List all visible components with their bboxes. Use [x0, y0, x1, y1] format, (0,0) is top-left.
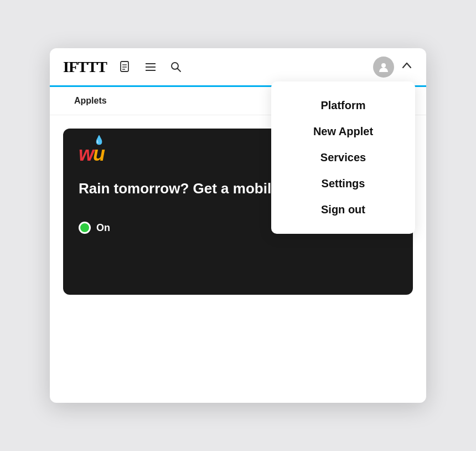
document-icon — [119, 61, 131, 73]
wu-w: w — [79, 142, 93, 165]
dropdown-item-platform[interactable]: Platform — [271, 93, 415, 119]
search-icon — [170, 61, 182, 73]
wu-drop: 💧 — [94, 136, 104, 145]
dropdown-item-services[interactable]: Services — [271, 145, 415, 171]
ifttt-logo: IFTTT — [63, 58, 107, 76]
menu-icon — [144, 61, 157, 73]
dropdown-menu: Platform New Applet Services Settings Si… — [271, 81, 415, 234]
wu-logo-text: w💧u — [79, 144, 104, 164]
status-dot — [79, 222, 91, 234]
wu-u: u — [93, 142, 104, 165]
svg-rect-0 — [121, 62, 128, 71]
document-icon-button[interactable] — [117, 59, 133, 75]
wu-icon-wrapper: 💧u — [93, 142, 104, 165]
status-on: On — [79, 222, 110, 234]
status-label: On — [96, 222, 110, 234]
nav-icons — [117, 59, 184, 75]
dropdown-item-sign-out[interactable]: Sign out — [271, 197, 415, 223]
avatar-button[interactable] — [373, 57, 394, 78]
navbar: IFTTT — [50, 48, 426, 87]
chevron-up-button[interactable] — [401, 59, 413, 74]
chevron-up-icon — [401, 59, 413, 71]
menu-icon-button[interactable] — [142, 59, 159, 75]
dropdown-item-settings[interactable]: Settings — [271, 171, 415, 197]
dropdown-item-new-applet[interactable]: New Applet — [271, 119, 415, 145]
tab-applets[interactable]: Applets — [63, 87, 118, 115]
browser-window: IFTTT — [50, 48, 426, 403]
search-icon-button[interactable] — [168, 59, 184, 75]
avatar-icon — [377, 61, 390, 73]
svg-point-9 — [381, 63, 386, 68]
svg-line-8 — [178, 68, 181, 71]
avatar — [373, 57, 394, 78]
nav-right — [373, 57, 413, 78]
